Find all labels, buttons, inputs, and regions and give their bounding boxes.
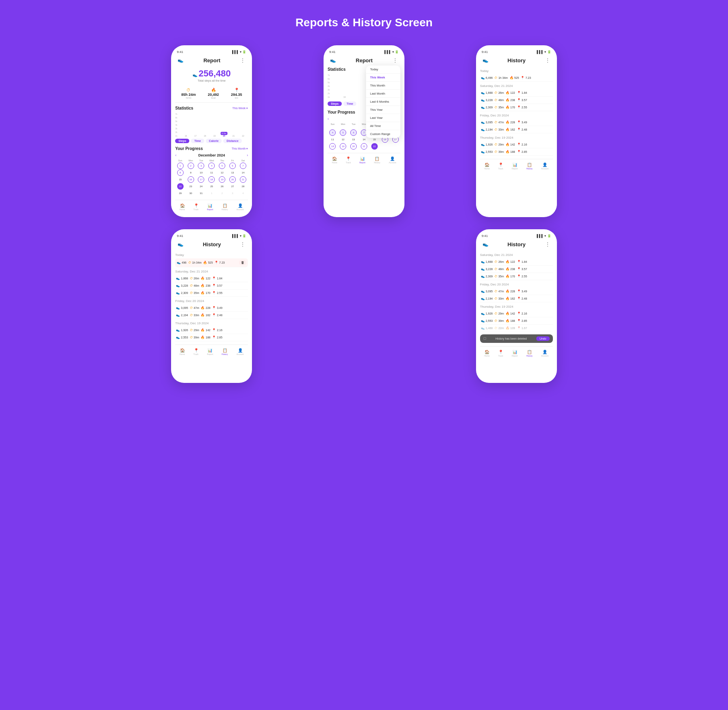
dropdown-this-week[interactable]: This Week — [366, 74, 400, 82]
cal2-day-22[interactable]: 22 — [371, 143, 378, 150]
cal-day-10[interactable]: 10 — [198, 169, 204, 176]
nav-history[interactable]: 📋 History — [222, 203, 228, 211]
more-options-4[interactable]: ⋮ — [240, 241, 245, 247]
more-options[interactable]: ⋮ — [240, 57, 245, 63]
dropdown-custom-range[interactable]: Custom Range — [366, 130, 400, 138]
tab2-steps[interactable]: Steps — [328, 101, 342, 106]
dropdown-last-year[interactable]: Last Year — [366, 114, 400, 122]
cal-day-17[interactable]: 17 — [198, 176, 204, 183]
nav4-track[interactable]: 📍 Track — [193, 348, 198, 355]
dropdown-last-6-months[interactable]: Last 6 Months — [366, 98, 400, 106]
cal2-day-6[interactable]: 6 — [350, 129, 357, 136]
cal-day-29[interactable]: 29 — [177, 190, 184, 197]
nav3-home[interactable]: 🏠 Home — [484, 163, 489, 170]
cal-day-15[interactable]: 15 — [177, 176, 184, 183]
cal-day-30[interactable]: 30 — [188, 190, 194, 197]
nav4-home[interactable]: 🏠 Home — [180, 348, 185, 355]
cal-day-next-2: 2 — [219, 190, 225, 197]
cal-day-27[interactable]: 27 — [229, 183, 236, 190]
cal-day-28[interactable]: 28 — [240, 183, 246, 190]
tab-time[interactable]: Time — [191, 139, 204, 143]
cal-day-3[interactable]: 3 — [198, 163, 204, 169]
nav2-history[interactable]: 📋 History — [374, 156, 381, 164]
nav-report[interactable]: 📊 Report — [207, 203, 213, 211]
cal-day-25[interactable]: 25 — [208, 183, 215, 190]
cal-day-16[interactable]: 16 — [188, 176, 194, 183]
cal2-day-5[interactable]: 5 — [340, 129, 346, 136]
nav5-report[interactable]: 📊 Report — [512, 350, 518, 357]
thursday-section-5: Thursday, Dec 19 2024 — [480, 305, 553, 309]
cal-day-9[interactable]: 9 — [188, 169, 194, 176]
nav3-account[interactable]: 👤 Account — [541, 163, 548, 170]
nav2-home[interactable]: 🏠 Home — [332, 156, 337, 164]
cal-day-24[interactable]: 24 — [198, 183, 204, 190]
cal2-day-13[interactable]: 13 — [350, 136, 357, 143]
nav5-home[interactable]: 🏠 Home — [484, 350, 489, 357]
tab2-time[interactable]: Time — [343, 101, 356, 106]
cal-day-11[interactable]: 11 — [208, 169, 215, 176]
cal-day-6[interactable]: 6 — [229, 163, 236, 169]
tab-distance[interactable]: Distance — [223, 139, 241, 143]
more-options-2[interactable]: ⋮ — [392, 57, 398, 63]
cal-day-14[interactable]: 14 — [240, 169, 246, 176]
cal-day-7[interactable]: 7 — [240, 163, 246, 169]
fri-row-1-4: 👟3,095 ⏱47m 🔥228 📍3.49 — [175, 304, 248, 312]
nav4-account[interactable]: 👤 Account — [237, 348, 244, 355]
cal2-day-21[interactable]: 21 — [361, 143, 367, 150]
cal-day-20[interactable]: 20 — [229, 176, 236, 183]
nav2-track[interactable]: 📍 Track — [346, 156, 351, 164]
dropdown-today[interactable]: Today — [366, 66, 400, 74]
cal2-day-19[interactable]: 19 — [340, 143, 346, 150]
cal2-day-12[interactable]: 12 — [340, 136, 346, 143]
tab-steps[interactable]: Steps — [175, 139, 189, 143]
cal-day-18[interactable]: 18 — [208, 176, 215, 183]
cal-day-12[interactable]: 12 — [219, 169, 225, 176]
cal2-day-20[interactable]: 20 — [350, 143, 357, 150]
cal-day-22[interactable]: 22 — [177, 183, 184, 190]
cal-day-26[interactable]: 26 — [219, 183, 225, 190]
cal2-day-18[interactable]: 18 — [329, 143, 336, 150]
cal2-prev[interactable]: ‹ — [328, 117, 329, 121]
calendar-prev[interactable]: ‹ — [175, 153, 176, 157]
nav5-track[interactable]: 📍 Track — [498, 350, 503, 357]
dropdown-this-month[interactable]: This Month — [366, 82, 400, 90]
cal2-day-11[interactable]: 11 — [329, 136, 336, 143]
nav5-account[interactable]: 👤 Account — [541, 350, 548, 357]
nav-home[interactable]: 🏠 Home — [180, 203, 185, 211]
dropdown-last-month[interactable]: Last Month — [366, 90, 400, 98]
nav3-history[interactable]: 📋 History — [526, 163, 533, 170]
nav2-report[interactable]: 📊 Report — [359, 156, 365, 164]
nav-account[interactable]: 👤 Account — [237, 203, 244, 211]
cal-day-21[interactable]: 21 — [240, 176, 246, 183]
cal-day-19[interactable]: 19 — [219, 176, 225, 183]
progress-filter[interactable]: This Month ▾ — [232, 147, 248, 150]
nav4-history[interactable]: 📋 History — [222, 348, 228, 355]
calendar-month-label: December 2024 — [198, 153, 225, 157]
statistics-filter[interactable]: This Week ▾ — [232, 107, 248, 110]
tab-calorie[interactable]: Calorie — [206, 139, 222, 143]
cal-day-23[interactable]: 23 — [188, 183, 194, 190]
cal-day-2[interactable]: 2 — [188, 163, 194, 169]
status-time-2: 9:41 — [329, 50, 336, 54]
cal-day-4[interactable]: 4 — [208, 163, 215, 169]
calendar-next[interactable]: › — [247, 153, 248, 157]
cal-day-31[interactable]: 31 — [198, 190, 204, 197]
cal-day-1[interactable]: 1 — [177, 163, 184, 169]
cal2-day-4[interactable]: 4 — [329, 129, 336, 136]
thu-row-1-5: 👟1,926 ⏱29m 🔥142 📍2.16 — [480, 310, 553, 317]
undo-button[interactable]: Undo — [536, 336, 550, 341]
nav5-history[interactable]: 📋 History — [526, 350, 533, 357]
delete-button[interactable]: 🗑 — [239, 260, 246, 265]
cal-day-8[interactable]: 8 — [177, 169, 184, 176]
nav4-report[interactable]: 📊 Report — [207, 348, 213, 355]
more-options-5[interactable]: ⋮ — [545, 241, 550, 247]
cal-day-13[interactable]: 13 — [229, 169, 236, 176]
more-options-3[interactable]: ⋮ — [545, 57, 550, 63]
nav2-account[interactable]: 👤 Account — [389, 156, 396, 164]
nav3-report[interactable]: 📊 Report — [512, 163, 518, 170]
nav3-track[interactable]: 📍 Track — [498, 163, 503, 170]
nav-track[interactable]: 📍 Track — [193, 203, 198, 211]
dropdown-this-year[interactable]: This Year — [366, 106, 400, 114]
dropdown-all-time[interactable]: All Time — [366, 122, 400, 130]
cal-day-5[interactable]: 5 — [219, 163, 225, 169]
